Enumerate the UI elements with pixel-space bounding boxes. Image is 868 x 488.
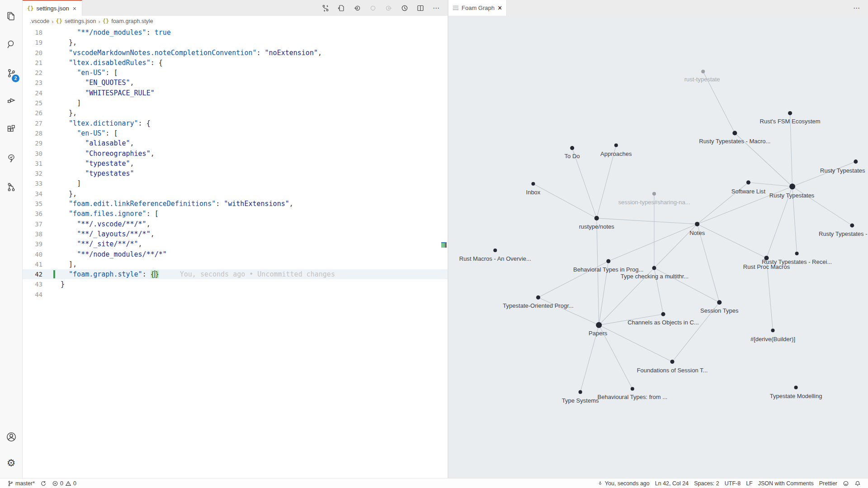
code-line[interactable]: 22 "en-US": [: [23, 68, 448, 78]
graph-node[interactable]: [788, 111, 792, 115]
json-symbol-icon: {}: [103, 18, 109, 24]
breadcrumb-file[interactable]: settings.json: [65, 18, 96, 24]
open-file-button[interactable]: [335, 2, 347, 14]
line-number: 42: [23, 269, 52, 279]
code-line[interactable]: 40 "**/node_modules/**/*": [23, 249, 448, 259]
code-line[interactable]: 20 "vscodeMarkdownNotes.noteCompletionCo…: [23, 48, 448, 58]
code-editor[interactable]: 18 "**/node_modules": true19 },20 "vscod…: [23, 27, 448, 478]
code-line[interactable]: 31 "typestate",: [23, 159, 448, 169]
graph-node[interactable]: [746, 180, 750, 184]
foam-graph-canvas[interactable]: rust-typestateRust's FSM EcosystemRusty …: [448, 16, 868, 478]
code-line[interactable]: 36 "foam.files.ignore": [: [23, 209, 448, 219]
code-line[interactable]: 38 "**/_layouts/**/*",: [23, 229, 448, 239]
more-actions-button[interactable]: ⋯: [851, 2, 863, 14]
encoding[interactable]: UTF-8: [722, 479, 743, 488]
code-line[interactable]: 26 },: [23, 108, 448, 118]
line-number: 38: [23, 229, 52, 239]
language-mode[interactable]: JSON with Comments: [755, 479, 816, 488]
code-line[interactable]: 43}: [23, 279, 448, 289]
code-line[interactable]: 21 "ltex.disabledRules": {: [23, 58, 448, 68]
graph-node[interactable]: [795, 252, 799, 255]
code-line[interactable]: 32 "typestates": [23, 169, 448, 178]
graph-node[interactable]: [614, 144, 618, 147]
graph-node[interactable]: [631, 387, 634, 391]
graph-node[interactable]: [701, 70, 705, 73]
extensions-icon[interactable]: [0, 118, 22, 140]
graph-node[interactable]: [661, 312, 665, 316]
code-line[interactable]: 24 "WHITESPACE_RULE": [23, 88, 448, 98]
code-line[interactable]: 29 "aliasable",: [23, 138, 448, 148]
line-number: 35: [23, 199, 52, 209]
graph-node[interactable]: [717, 300, 722, 305]
tab-foam-graph[interactable]: Foam Graph ×: [448, 0, 507, 16]
graph-node[interactable]: [652, 266, 656, 270]
timeline-button[interactable]: [399, 2, 410, 14]
compare-changes-button[interactable]: [320, 2, 331, 14]
eol[interactable]: LF: [743, 479, 755, 488]
problems-status[interactable]: 0 0: [49, 479, 79, 488]
graph-node[interactable]: [850, 223, 854, 227]
code-line[interactable]: 18 "**/node_modules": true: [23, 28, 448, 38]
code-line[interactable]: 44: [23, 290, 448, 300]
breadcrumb-symbol[interactable]: foam.graph.style: [111, 18, 153, 24]
graph-node[interactable]: [670, 360, 675, 364]
formatter[interactable]: Prettier: [816, 479, 840, 488]
code-line[interactable]: 27 "ltex.dictionary": {: [23, 118, 448, 128]
graph-edge: [748, 183, 792, 187]
graph-node-label: Behavioral Types in Prog...: [573, 266, 643, 273]
explorer-icon[interactable]: [0, 5, 22, 27]
code-line[interactable]: 28 "en-US": [: [23, 128, 448, 138]
code-line[interactable]: 33 ]: [23, 178, 448, 188]
breadcrumb-folder[interactable]: .vscode: [30, 18, 49, 24]
code-line[interactable]: 41 ],: [23, 259, 448, 269]
graph-edge: [609, 224, 697, 261]
graph-node[interactable]: [570, 146, 574, 150]
graph-node[interactable]: [536, 296, 540, 300]
source-control-icon[interactable]: 2: [0, 62, 22, 84]
split-editor-button[interactable]: [415, 2, 426, 14]
previous-change-button[interactable]: [351, 2, 363, 14]
graph-node[interactable]: [652, 192, 656, 196]
graph-node[interactable]: [789, 183, 795, 189]
search-icon[interactable]: [0, 33, 22, 55]
graph-node[interactable]: [771, 328, 774, 332]
sync-button[interactable]: [38, 479, 49, 488]
graph-node[interactable]: [854, 160, 858, 164]
tab-close-icon[interactable]: ×: [72, 5, 77, 12]
graph-node[interactable]: [531, 182, 535, 186]
tab-close-icon[interactable]: ×: [498, 4, 502, 12]
next-change-button[interactable]: [383, 2, 395, 14]
graph-node[interactable]: [606, 259, 610, 263]
code-line[interactable]: 19 },: [23, 38, 448, 47]
graph-node[interactable]: [596, 322, 602, 328]
run-debug-icon[interactable]: [0, 89, 22, 111]
code-line[interactable]: 34 },: [23, 189, 448, 199]
code-line[interactable]: 35 "foam.edit.linkReferenceDefinitions":…: [23, 199, 448, 209]
graph-node[interactable]: [695, 222, 699, 226]
feedback-button[interactable]: [840, 479, 852, 488]
more-actions-button[interactable]: ⋯: [430, 2, 442, 14]
test-tree-icon[interactable]: [0, 147, 22, 169]
change-marker-button[interactable]: [367, 2, 379, 14]
graph-node[interactable]: [594, 216, 599, 221]
indentation[interactable]: Spaces: 2: [691, 479, 722, 488]
graph-node[interactable]: [732, 131, 737, 135]
code-line[interactable]: 23 "EN_QUOTES",: [23, 78, 448, 88]
code-line[interactable]: 42 "foam.graph.style": {}You, seconds ag…: [23, 269, 448, 279]
code-line[interactable]: 30 "Choreographies",: [23, 149, 448, 159]
line-number: 24: [23, 88, 52, 98]
graph-explorer-icon[interactable]: [0, 176, 22, 198]
code-line[interactable]: 37 "**/.vscode/**/*",: [23, 219, 448, 229]
graph-node[interactable]: [493, 249, 497, 252]
graph-node[interactable]: [579, 390, 582, 394]
cursor-position[interactable]: Ln 42, Col 24: [652, 479, 691, 488]
account-icon[interactable]: [0, 426, 22, 448]
code-line[interactable]: 25 ]: [23, 98, 448, 108]
code-line[interactable]: 39 "**/_site/**/*",: [23, 239, 448, 249]
blame-status[interactable]: You, seconds ago: [594, 479, 652, 488]
graph-node[interactable]: [794, 386, 798, 389]
notifications-button[interactable]: [852, 479, 863, 488]
settings-gear-icon[interactable]: ⚙: [0, 452, 22, 474]
branch-status[interactable]: master*: [5, 479, 38, 488]
tab-settings-json[interactable]: {} settings.json ×: [23, 0, 82, 16]
